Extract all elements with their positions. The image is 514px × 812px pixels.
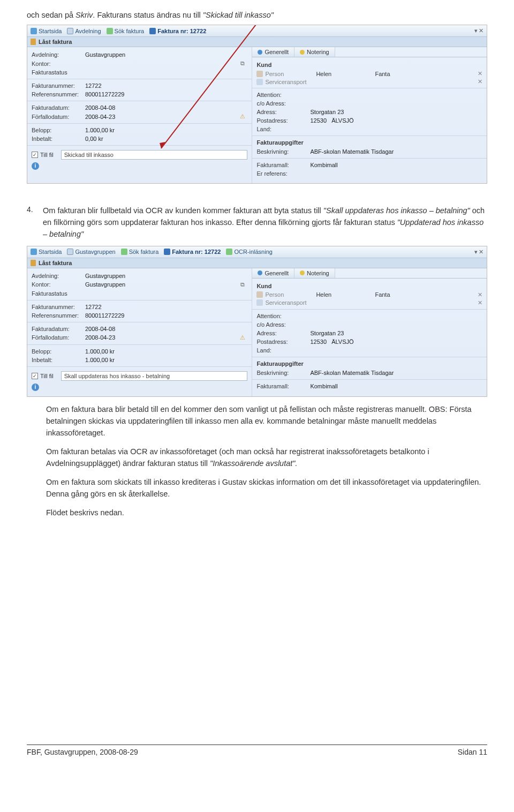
lock-icon <box>31 39 36 45</box>
dept-icon <box>67 249 73 255</box>
info-icon[interactable]: i <box>32 384 39 391</box>
tab-notering[interactable]: Notering <box>294 47 335 57</box>
till-fil-checkbox[interactable]: ✓ <box>32 373 38 379</box>
status-field: Skickad till inkasso <box>61 150 248 160</box>
invoice-icon <box>149 28 156 34</box>
warning-icon: ⚠ <box>238 334 247 341</box>
lock-icon <box>31 260 36 266</box>
intro-text: och sedan på Skriv. Fakturans status änd… <box>27 10 487 20</box>
breadcrumb-bar: Startsida Avdelning Sök faktura Faktura … <box>27 25 487 37</box>
home-icon <box>31 28 37 34</box>
body-p1: Om en faktura bara blir betald till en d… <box>46 403 487 439</box>
info-icon[interactable]: i <box>32 162 39 170</box>
close-icon[interactable]: ✕ <box>479 27 483 34</box>
body-p2: Om fakturan betalas via OCR av inkassofö… <box>46 446 487 470</box>
person-icon <box>256 291 263 298</box>
crumb-search[interactable]: Sök faktura <box>121 249 159 255</box>
crumb-dept[interactable]: Gustavgruppen <box>67 249 115 255</box>
page-footer: FBF, Gustavgruppen, 2008-08-29 Sidan 11 <box>27 745 487 756</box>
crumb-search[interactable]: Sök faktura <box>107 28 145 34</box>
tab-generellt[interactable]: Generellt <box>252 268 294 278</box>
status-field: Skall uppdateras hos inkasso - betalning <box>61 371 248 381</box>
warning-icon: ⚠ <box>238 113 247 120</box>
right-pane: Generellt Notering Kund PersonHelenFanta… <box>252 47 487 183</box>
window-controls[interactable]: ▾✕ <box>473 27 483 34</box>
body-p4: Flödet beskrivs nedan. <box>46 507 487 518</box>
body-p3: Om en faktura som skickats till inkasso … <box>46 476 487 500</box>
ocr-icon <box>226 249 232 255</box>
crumb-faktura[interactable]: Faktura nr: 12722 <box>164 249 221 255</box>
search-icon <box>107 28 113 34</box>
till-fil-checkbox[interactable]: ✓ <box>32 152 38 158</box>
pin-icon[interactable]: ▾ <box>474 249 478 255</box>
window-controls[interactable]: ▾✕ <box>473 249 483 255</box>
crumb-start[interactable]: Startsida <box>31 28 62 34</box>
invoice-icon <box>164 249 170 255</box>
home-icon <box>31 249 37 255</box>
copy-icon[interactable]: ⧉ <box>238 60 247 67</box>
service-icon <box>256 79 263 85</box>
person-icon <box>256 71 263 77</box>
clear-icon[interactable]: ✕ <box>474 299 482 306</box>
clear-icon[interactable]: ✕ <box>474 70 482 77</box>
paragraph-4: 4. Om fakturan blir fullbetald via OCR a… <box>27 205 487 240</box>
footer-left: FBF, Gustavgruppen, 2008-08-29 <box>27 748 138 756</box>
left-pane: Avdelning:Gustavgruppen Kontor:Gustavgru… <box>27 268 252 396</box>
pin-icon[interactable]: ▾ <box>474 27 478 34</box>
crumb-faktura[interactable]: Faktura nr: 12722 <box>149 28 206 34</box>
search-icon <box>121 249 127 255</box>
service-icon <box>256 299 263 306</box>
crumb-dept[interactable]: Avdelning <box>67 28 101 34</box>
copy-icon[interactable]: ⧉ <box>238 281 247 288</box>
window-title: Låst faktura <box>27 258 487 268</box>
footer-right: Sidan 11 <box>458 748 487 756</box>
screenshot-1: Startsida Avdelning Sök faktura Faktura … <box>27 25 487 184</box>
screenshot-2: Startsida Gustavgruppen Sök faktura Fakt… <box>27 246 487 397</box>
tab-generellt[interactable]: Generellt <box>252 47 294 57</box>
right-pane: Generellt Notering Kund PersonHelenFanta… <box>252 268 487 396</box>
crumb-ocr[interactable]: OCR-inläsning <box>226 249 273 255</box>
crumb-start[interactable]: Startsida <box>31 249 62 255</box>
close-icon[interactable]: ✕ <box>479 249 483 255</box>
clear-icon[interactable]: ✕ <box>474 78 482 85</box>
clear-icon[interactable]: ✕ <box>474 291 482 298</box>
dept-icon <box>67 28 73 34</box>
tab-notering[interactable]: Notering <box>294 268 335 278</box>
left-pane: Avdelning:Gustavgruppen Kontor:⧉ Faktura… <box>27 47 252 183</box>
window-title: Låst faktura <box>27 37 487 47</box>
breadcrumb-bar: Startsida Gustavgruppen Sök faktura Fakt… <box>27 246 487 258</box>
